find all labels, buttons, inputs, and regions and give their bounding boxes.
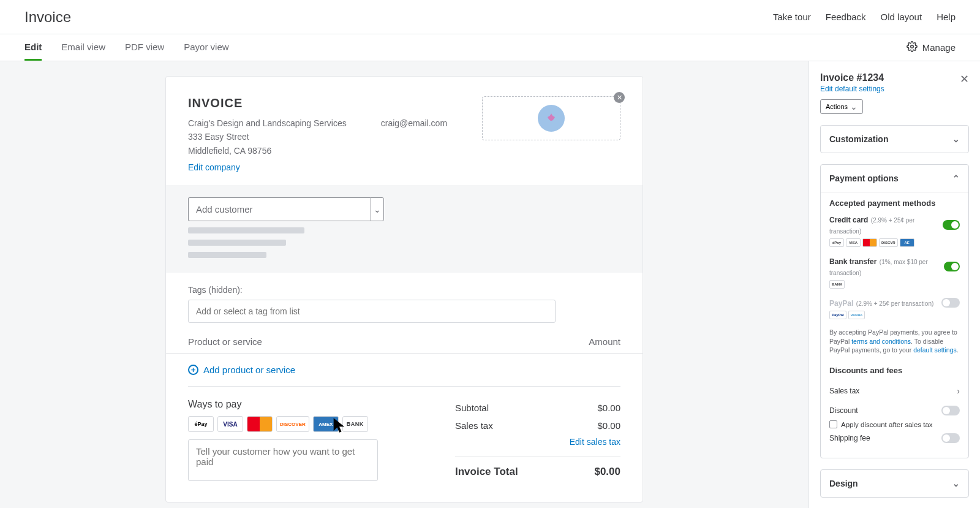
company-addr1: 333 Easy Street xyxy=(188,130,347,143)
tab-payor-view[interactable]: Payor view xyxy=(184,34,228,61)
ways-to-pay-title: Ways to pay xyxy=(188,399,431,410)
tab-edit[interactable]: Edit xyxy=(24,34,42,61)
subtotal-value: $0.00 xyxy=(597,403,620,413)
sidepanel-title: Invoice #1234 xyxy=(820,72,884,83)
apple-pay-icon: éPay xyxy=(188,416,214,432)
chevron-down-icon: ⌄ xyxy=(374,205,381,214)
feedback-link[interactable]: Feedback xyxy=(826,12,866,22)
take-tour-link[interactable]: Take tour xyxy=(773,12,811,22)
customer-select-chevron[interactable]: ⌄ xyxy=(371,197,384,221)
shipping-fee-label: Shipping fee xyxy=(829,434,870,442)
discounts-fees-label: Discounts and fees xyxy=(829,366,960,375)
tab-email-view[interactable]: Email view xyxy=(61,34,105,61)
design-accordion[interactable]: Design ⌄ xyxy=(820,469,969,498)
discover-icon: DISCOVER xyxy=(276,416,309,432)
amex-icon: AE xyxy=(900,238,914,247)
apply-discount-checkbox[interactable] xyxy=(829,420,837,428)
edit-default-settings-link[interactable]: Edit default settings xyxy=(820,85,884,93)
header-links: Take tour Feedback Old layout Help xyxy=(773,12,956,22)
bank-transfer-toggle[interactable] xyxy=(944,262,960,271)
shipping-fee-toggle[interactable] xyxy=(941,433,960,443)
paypal-toggle[interactable] xyxy=(941,298,960,308)
top-header: Invoice Take tour Feedback Old layout He… xyxy=(0,0,980,34)
plus-circle-icon: + xyxy=(188,365,198,375)
skeleton-line xyxy=(188,227,304,233)
customer-select[interactable]: Add customer ⌄ xyxy=(188,197,384,221)
tags-label: Tags (hidden): xyxy=(188,285,620,295)
credit-card-toggle[interactable] xyxy=(943,220,960,230)
remove-logo-button[interactable]: ✕ xyxy=(614,92,625,103)
bank-icon: BANK xyxy=(829,280,845,289)
edit-company-link[interactable]: Edit company xyxy=(188,162,240,172)
company-name: Craig's Design and Landscaping Services xyxy=(188,116,347,130)
design-label: Design xyxy=(829,479,858,488)
visa-icon: VISA xyxy=(217,416,243,432)
subtotal-label: Subtotal xyxy=(455,403,489,413)
paypal-note: By accepting PayPal payments, you agree … xyxy=(829,328,960,355)
svg-point-0 xyxy=(911,45,914,48)
invoice-title: INVOICE xyxy=(188,96,447,110)
tags-input[interactable] xyxy=(188,300,556,323)
logo-dropzone[interactable]: ✕ xyxy=(482,96,620,140)
chevron-down-icon: ⌄ xyxy=(952,134,960,144)
terms-link[interactable]: terms and conditions xyxy=(851,338,911,345)
product-table-header: Product or service Amount xyxy=(166,328,643,354)
customization-label: Customization xyxy=(829,134,888,144)
page-title: Invoice xyxy=(24,9,71,26)
chevron-up-icon: ⌃ xyxy=(952,173,960,183)
sales-tax-label: Sales tax xyxy=(829,387,859,395)
payment-badges: éPay VISA DISCOVER AMEX BANK xyxy=(188,416,431,432)
add-product-label: Add product or service xyxy=(203,365,295,375)
payment-options-accordion: Payment options ⌃ Accepted payment metho… xyxy=(820,164,969,458)
paypal-fee: (2.9% + 25¢ per transaction) xyxy=(856,300,933,307)
apply-discount-label: Apply discount after sales tax xyxy=(841,421,933,428)
payment-options-header[interactable]: Payment options ⌃ xyxy=(821,165,968,192)
chevron-right-icon: › xyxy=(957,386,960,396)
manage-button[interactable]: Manage xyxy=(907,41,956,54)
logo-icon xyxy=(538,105,565,132)
payment-options-label: Payment options xyxy=(829,173,899,183)
mastercard-icon xyxy=(862,238,877,247)
visa-icon: VISA xyxy=(846,238,861,247)
invoice-total-label: Invoice Total xyxy=(455,466,518,478)
skeleton-line xyxy=(188,252,266,258)
default-settings-link[interactable]: default settings xyxy=(913,346,957,354)
old-layout-link[interactable]: Old layout xyxy=(881,12,922,22)
col-product: Product or service xyxy=(188,336,262,347)
salestax-value: $0.00 xyxy=(597,420,620,431)
customer-select-label: Add customer xyxy=(188,197,371,221)
bank-icon: BANK xyxy=(342,416,368,432)
side-panel: Invoice #1234 Edit default settings Acti… xyxy=(809,61,980,508)
amex-icon: AMEX xyxy=(313,416,339,432)
bank-transfer-label: Bank transfer xyxy=(829,257,876,266)
mastercard-icon xyxy=(247,416,273,432)
help-link[interactable]: Help xyxy=(937,12,956,22)
discover-icon: DISCVR xyxy=(879,238,898,247)
credit-card-label: Credit card xyxy=(829,216,868,224)
edit-sales-tax-link[interactable]: Edit sales tax xyxy=(455,434,620,457)
paypal-icon: PayPal xyxy=(829,311,846,319)
customization-accordion[interactable]: Customization ⌄ xyxy=(820,125,969,153)
payment-message-input[interactable] xyxy=(188,439,378,481)
venmo-icon: venmo xyxy=(848,311,865,319)
discount-label: Discount xyxy=(829,406,858,415)
tab-bar: Edit Email view PDF view Payor view Mana… xyxy=(0,34,980,61)
actions-dropdown[interactable]: Actions ⌄ xyxy=(820,99,863,114)
actions-label: Actions xyxy=(826,103,848,110)
col-amount: Amount xyxy=(589,336,620,347)
tab-pdf-view[interactable]: PDF view xyxy=(125,34,164,61)
discount-toggle[interactable] xyxy=(941,406,960,415)
add-product-button[interactable]: + Add product or service xyxy=(166,354,643,386)
sales-tax-row[interactable]: Sales tax › xyxy=(829,381,960,401)
chevron-down-icon: ⌄ xyxy=(850,102,858,112)
tabs: Edit Email view PDF view Payor view xyxy=(24,34,229,61)
skeleton-line xyxy=(188,240,286,246)
accepted-methods-label: Accepted payment methods xyxy=(829,199,960,208)
company-addr2: Middlefield, CA 98756 xyxy=(188,144,347,157)
salestax-label: Sales tax xyxy=(455,420,493,431)
close-panel-button[interactable]: ✕ xyxy=(960,72,969,86)
invoice-total-value: $0.00 xyxy=(594,466,620,478)
gear-icon xyxy=(907,41,918,54)
invoice-card: INVOICE Craig's Design and Landscaping S… xyxy=(165,76,643,502)
paypal-label: PayPal xyxy=(829,299,853,308)
